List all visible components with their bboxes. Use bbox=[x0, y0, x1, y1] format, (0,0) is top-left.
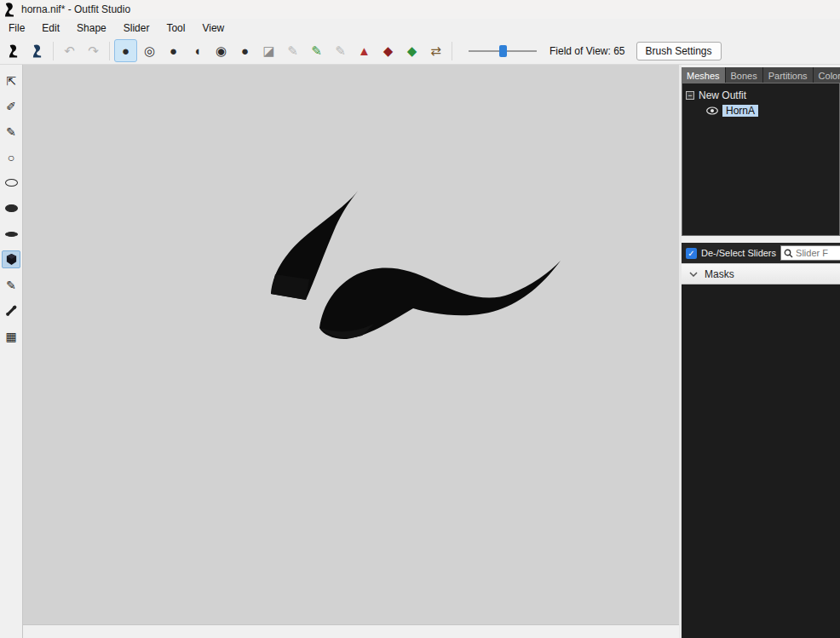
undo-icon: ↶ bbox=[64, 43, 75, 59]
load-reference-icon bbox=[32, 44, 43, 58]
deflate-brush-button[interactable]: ◖ bbox=[186, 39, 209, 62]
slider-filter-box[interactable] bbox=[780, 245, 840, 261]
move-vertex-icon: ⇄ bbox=[430, 43, 441, 59]
window-title: horna.nif* - Outfit Studio bbox=[21, 3, 130, 15]
brush-shape-oval-filled-button[interactable] bbox=[2, 199, 20, 217]
mask-brush-icon: ◎ bbox=[144, 43, 155, 59]
menu-tool[interactable]: Tool bbox=[158, 20, 193, 36]
field-of-view-slider[interactable] bbox=[469, 43, 537, 60]
split-edge-button[interactable]: ◆ bbox=[400, 39, 423, 62]
grid-toggle-button[interactable]: ▦ bbox=[2, 327, 20, 345]
move-vertex-button[interactable]: ⇄ bbox=[424, 39, 447, 62]
grid-icon: ▦ bbox=[5, 330, 16, 343]
left-toolbar: ⇱ ✐ ✎ ○ ✎ ▦ bbox=[0, 65, 23, 638]
toolbar-separator bbox=[452, 42, 452, 60]
menu-view[interactable]: View bbox=[193, 20, 233, 36]
slider-filter-input[interactable] bbox=[796, 248, 840, 258]
move-brush-icon: ◉ bbox=[216, 43, 227, 59]
deselect-sliders-label: De-/Select Sliders bbox=[701, 248, 776, 258]
masks-section-header[interactable]: Masks bbox=[682, 263, 840, 285]
menu-file[interactable]: File bbox=[0, 20, 33, 36]
menu-slider[interactable]: Slider bbox=[115, 20, 158, 36]
perspective-cube-button[interactable] bbox=[2, 250, 20, 268]
brush-shape-flat-button[interactable] bbox=[2, 225, 20, 243]
right-panel: Meshes Bones Partitions Colors − New Out… bbox=[679, 65, 840, 638]
transform-tool-icon: ⇱ bbox=[6, 74, 16, 88]
oval-brush-icon bbox=[5, 179, 18, 187]
deflate-brush-icon: ◖ bbox=[193, 43, 201, 58]
panel-tabs: Meshes Bones Partitions Colors bbox=[682, 67, 840, 83]
main-toolbar: ↶ ↷ ● ◎ ● ◖ ◉ ● ◪ ✎ ✎ ✎ ▲ ◆ ◆ ⇄ Field of… bbox=[0, 37, 840, 65]
weight-brush-button[interactable]: ✎ bbox=[281, 39, 304, 62]
smooth-brush-button[interactable]: ● bbox=[233, 39, 256, 62]
oval-filled-brush-icon bbox=[5, 204, 18, 212]
alpha-brush-button[interactable]: ✎ bbox=[329, 39, 352, 62]
load-reference-button[interactable] bbox=[26, 39, 49, 62]
select-brush-icon: ● bbox=[122, 43, 129, 58]
panel-splitter[interactable] bbox=[682, 236, 840, 243]
slider-handle[interactable] bbox=[499, 45, 507, 57]
circle-brush-icon: ○ bbox=[8, 151, 14, 164]
transform-tool-button[interactable]: ⇱ bbox=[2, 72, 20, 89]
tree-item-row[interactable]: HornA bbox=[706, 103, 836, 118]
slider-controls-bar: ✓ De-/Select Sliders bbox=[682, 243, 840, 263]
pencil-icon: ✎ bbox=[6, 125, 16, 139]
flip-edge-icon: ◆ bbox=[383, 43, 394, 59]
viewport-3d[interactable] bbox=[23, 65, 679, 624]
flat-brush-icon bbox=[5, 232, 18, 237]
toolbar-separator bbox=[53, 42, 54, 60]
status-strip bbox=[23, 624, 679, 638]
field-of-view-label: Field of View: 65 bbox=[549, 45, 625, 57]
tree-root-row[interactable]: − New Outfit bbox=[686, 88, 836, 103]
smooth-brush-icon: ● bbox=[241, 43, 249, 58]
undiff-brush-button[interactable]: ◪ bbox=[257, 39, 280, 62]
tab-meshes[interactable]: Meshes bbox=[682, 67, 726, 83]
undiff-brush-icon: ◪ bbox=[262, 43, 274, 59]
bone-tool-button[interactable] bbox=[2, 302, 20, 319]
tab-colors[interactable]: Colors bbox=[814, 67, 840, 83]
tab-partitions[interactable]: Partitions bbox=[763, 67, 814, 83]
toolbar-separator bbox=[109, 42, 110, 60]
collapse-vertex-button[interactable]: ▲ bbox=[353, 39, 376, 62]
undo-button[interactable]: ↶ bbox=[58, 39, 81, 62]
mirror-pencil-icon: ✎ bbox=[6, 279, 16, 292]
viewport-column bbox=[23, 65, 679, 638]
split-edge-icon: ◆ bbox=[407, 43, 417, 59]
chevron-down-icon bbox=[689, 272, 698, 277]
mask-brush-button[interactable]: ◎ bbox=[138, 39, 161, 62]
collapse-vertex-icon: ▲ bbox=[358, 43, 371, 58]
brush-shape-circle-button[interactable]: ○ bbox=[2, 148, 20, 166]
brush-shape-oval-button[interactable] bbox=[2, 174, 20, 192]
load-project-button[interactable] bbox=[2, 39, 25, 62]
select-brush-button[interactable]: ● bbox=[114, 39, 137, 62]
menu-edit[interactable]: Edit bbox=[33, 20, 68, 36]
redo-button[interactable]: ↷ bbox=[82, 39, 105, 62]
masks-label: Masks bbox=[705, 268, 734, 280]
cube-icon bbox=[5, 253, 18, 266]
color-brush-button[interactable]: ✎ bbox=[305, 39, 328, 62]
inflate-brush-icon: ● bbox=[170, 43, 177, 58]
load-project-icon bbox=[8, 44, 19, 58]
flip-edge-button[interactable]: ◆ bbox=[377, 39, 400, 62]
main-area: ⇱ ✐ ✎ ○ ✎ ▦ bbox=[0, 65, 840, 638]
bone-icon bbox=[5, 305, 17, 317]
tab-bones[interactable]: Bones bbox=[726, 67, 763, 83]
deselect-sliders-checkbox[interactable]: ✓ bbox=[686, 248, 697, 259]
meshes-tree: − New Outfit HornA bbox=[682, 83, 840, 236]
titlebar: horna.nif* - Outfit Studio bbox=[0, 0, 840, 19]
move-brush-button[interactable]: ◉ bbox=[210, 39, 233, 62]
mirror-tool-button[interactable]: ✎ bbox=[2, 276, 20, 294]
pivot-tool-button[interactable]: ✎ bbox=[2, 123, 20, 141]
eye-visibility-icon[interactable] bbox=[706, 106, 718, 115]
inflate-brush-button[interactable]: ● bbox=[162, 39, 185, 62]
weight-brush-icon: ✎ bbox=[287, 43, 298, 59]
mesh-item-label[interactable]: HornA bbox=[722, 105, 758, 117]
collapse-icon[interactable]: − bbox=[686, 91, 694, 100]
menubar: File Edit Shape Slider Tool View bbox=[0, 19, 840, 37]
vertex-edit-button[interactable]: ✐ bbox=[2, 97, 20, 115]
horn-mesh bbox=[23, 65, 679, 624]
menu-shape[interactable]: Shape bbox=[68, 20, 115, 36]
outfit-root-label: New Outfit bbox=[699, 89, 746, 101]
color-brush-icon: ✎ bbox=[311, 43, 322, 59]
brush-settings-button[interactable]: Brush Settings bbox=[636, 42, 722, 60]
